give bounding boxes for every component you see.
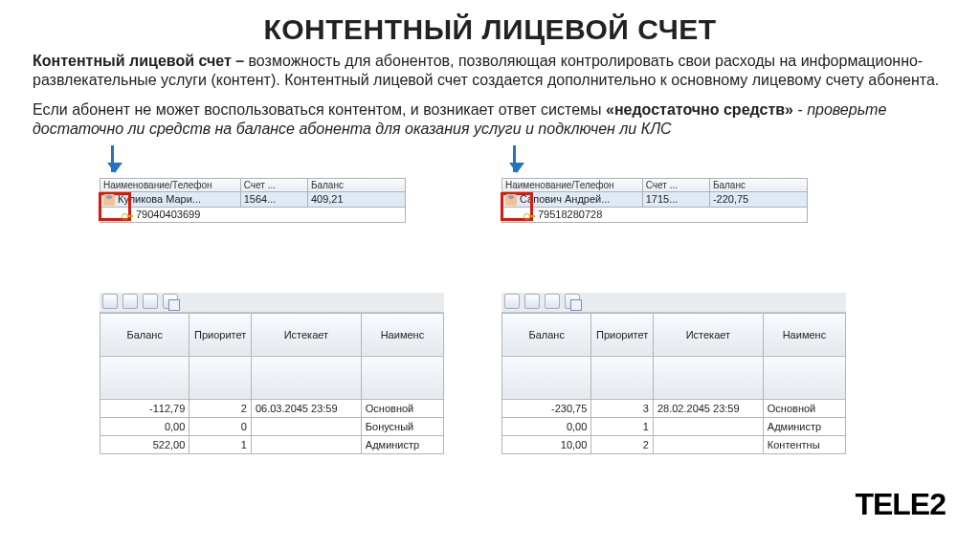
table-row[interactable]: 0,00 0 Бонусный xyxy=(100,417,444,435)
screenshots-area: Наименование/Телефон Счет ... Баланс Кул… xyxy=(33,149,947,455)
col-bal-header[interactable]: Баланс xyxy=(307,178,405,191)
arrow-icon xyxy=(111,145,114,172)
page-title: КОНТЕНТНЫЙ ЛИЦЕВОЙ СЧЕТ xyxy=(33,13,947,46)
col-priority-header[interactable]: Приоритет xyxy=(591,313,654,356)
table-row[interactable]: -230,75 3 28.02.2045 23:59 Основной xyxy=(502,399,846,417)
table-row[interactable]: 79040403699 xyxy=(100,207,406,222)
screenshot-bottom-left: Баланс Приоритет Истекает Наименс -112,7… xyxy=(100,293,444,454)
grid-icon[interactable] xyxy=(122,294,138,309)
person-icon xyxy=(103,194,115,206)
table-row[interactable]: 10,00 2 Контентны xyxy=(502,435,846,453)
para1-lead: Контентный лицевой счет – xyxy=(33,53,249,69)
screenshot-bottom-right: Баланс Приоритет Истекает Наименс -230,7… xyxy=(501,293,846,454)
table-row[interactable]: Сапович Андрей... 1715... -220,75 xyxy=(502,191,808,207)
screenshot-top-right: Наименование/Телефон Счет ... Баланс Сап… xyxy=(501,178,808,223)
copy-icon[interactable] xyxy=(565,294,580,309)
accounts-table: Наименование/Телефон Счет ... Баланс Сап… xyxy=(501,178,808,223)
col-priority-header[interactable]: Приоритет xyxy=(189,313,252,356)
person-icon xyxy=(505,194,517,206)
balance-table: Баланс Приоритет Истекает Наименс -112,7… xyxy=(100,313,444,454)
person-icon[interactable] xyxy=(102,294,118,309)
table-row[interactable]: 79518280728 xyxy=(502,207,808,222)
col-acct-header[interactable]: Счет ... xyxy=(642,178,709,191)
para2-b: - xyxy=(793,101,807,118)
person-icon[interactable] xyxy=(143,294,158,309)
slide-root: КОНТЕНТНЫЙ ЛИЦЕВОЙ СЧЕТ Контентный лицев… xyxy=(0,0,980,549)
arrow-icon xyxy=(513,145,516,172)
key-icon xyxy=(122,209,133,221)
col-acct-header[interactable]: Счет ... xyxy=(240,178,307,191)
col-name-header[interactable]: Наименование/Телефон xyxy=(502,178,643,191)
col-balance-header[interactable]: Баланс xyxy=(100,313,189,356)
person-icon[interactable] xyxy=(545,294,560,309)
balance-table: Баланс Приоритет Истекает Наименс -230,7… xyxy=(501,313,846,454)
paragraph-1: Контентный лицевой счет – возможность дл… xyxy=(33,52,947,91)
tele2-logo: TELE2 xyxy=(855,487,946,522)
copy-icon[interactable] xyxy=(163,294,178,309)
col-expires-header[interactable]: Истекает xyxy=(653,313,763,356)
screenshot-top-left: Наименование/Телефон Счет ... Баланс Кул… xyxy=(100,178,406,223)
accounts-table: Наименование/Телефон Счет ... Баланс Кул… xyxy=(100,178,406,223)
paragraph-2: Если абонент не может воспользоваться ко… xyxy=(33,100,947,140)
toolbar xyxy=(100,293,444,313)
table-row[interactable]: Куликова Мари... 1564... 409,21 xyxy=(100,191,406,207)
grid-icon[interactable] xyxy=(524,294,540,309)
col-balance-header[interactable]: Баланс xyxy=(502,313,591,356)
key-icon xyxy=(523,209,535,221)
person-icon[interactable] xyxy=(504,294,520,309)
col-name-header[interactable]: Наименс xyxy=(763,313,845,356)
col-bal-header[interactable]: Баланс xyxy=(709,178,807,191)
para2-bold: «недостаточно средств» xyxy=(606,101,793,118)
table-row[interactable]: -112,79 2 06.03.2045 23:59 Основной xyxy=(100,399,444,417)
para2-a: Если абонент не может воспользоваться ко… xyxy=(33,101,606,118)
table-row[interactable]: 0,00 1 Администр xyxy=(502,417,846,435)
toolbar xyxy=(501,293,846,313)
col-name-header[interactable]: Наименс xyxy=(361,313,443,356)
col-name-header[interactable]: Наименование/Телефон xyxy=(100,178,241,191)
col-expires-header[interactable]: Истекает xyxy=(251,313,361,356)
table-row[interactable]: 522,00 1 Администр xyxy=(100,435,444,453)
